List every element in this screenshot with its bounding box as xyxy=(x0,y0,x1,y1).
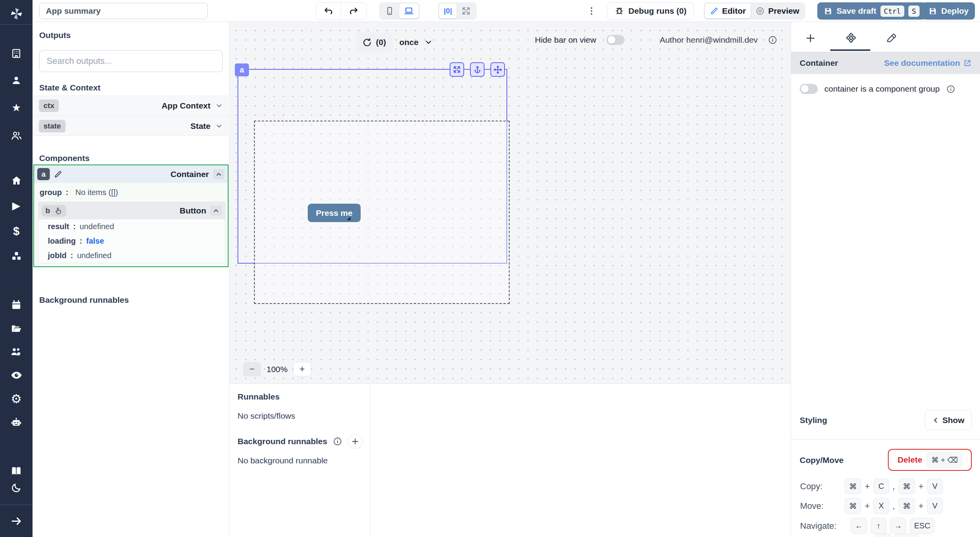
button-loading-row[interactable]: loading : false xyxy=(38,234,225,248)
button-jobid-row[interactable]: jobId : undefined xyxy=(38,248,225,263)
centered-layout-icon: |0| xyxy=(444,7,452,15)
schedule-mode-label: once xyxy=(399,38,419,47)
container-component-header[interactable]: a Container xyxy=(34,165,228,183)
kbd-v: V xyxy=(927,498,943,514)
anchor-handle[interactable] xyxy=(470,62,485,77)
deploy-button[interactable]: Deploy xyxy=(922,2,975,20)
moon-icon[interactable] xyxy=(0,483,33,493)
users-gear-icon[interactable] xyxy=(0,346,33,358)
jobid-value: undefined xyxy=(77,251,111,260)
button-result-row[interactable]: result : undefined xyxy=(38,219,225,234)
container-group-row[interactable]: group : No items ([]) xyxy=(34,183,228,202)
eye-icon[interactable] xyxy=(0,369,33,381)
arrow-right-icon[interactable] xyxy=(0,515,33,527)
user-icon[interactable] xyxy=(0,75,33,86)
chevron-down-icon[interactable] xyxy=(215,122,223,130)
book-icon[interactable] xyxy=(0,465,33,477)
app-summary-input[interactable] xyxy=(39,3,208,19)
mobile-view-button[interactable] xyxy=(380,4,399,18)
undo-redo-group xyxy=(316,2,367,20)
ctx-row[interactable]: ctx App Context xyxy=(33,96,229,116)
plus-separator: + xyxy=(865,501,870,511)
play-icon[interactable]: ▶ xyxy=(0,201,33,211)
delete-label: Delete xyxy=(898,455,922,465)
tab-component-settings[interactable] xyxy=(845,33,857,45)
hide-bar-toggle[interactable] xyxy=(606,35,624,45)
resize-handle[interactable] xyxy=(347,217,350,220)
cubes-icon[interactable] xyxy=(0,251,33,262)
collapse-button-button[interactable] xyxy=(210,206,222,216)
undo-button[interactable] xyxy=(316,3,341,19)
info-icon[interactable] xyxy=(946,85,955,94)
folder-open-icon[interactable] xyxy=(0,323,33,334)
colon: : xyxy=(66,188,69,197)
add-background-runnable-button[interactable] xyxy=(348,434,363,449)
press-me-label: Press me xyxy=(316,208,352,218)
button-component-header[interactable]: b Button xyxy=(38,202,225,219)
calendar-icon[interactable] xyxy=(0,300,33,310)
no-scripts-text: No scripts/flows xyxy=(238,411,295,421)
rename-pencil-icon[interactable] xyxy=(54,170,63,179)
canvas-press-me-button[interactable]: Press me xyxy=(308,204,361,222)
container-id-badge[interactable]: a xyxy=(37,168,50,180)
component-group-toggle-row: container is a component group xyxy=(800,84,955,94)
home-icon[interactable] xyxy=(0,175,33,186)
refresh-count: (0) xyxy=(376,38,386,47)
colon: : xyxy=(71,251,73,260)
component-group-label: container is a component group xyxy=(824,84,940,94)
move-handle[interactable] xyxy=(490,62,505,77)
building-icon[interactable] xyxy=(0,48,33,59)
component-group-toggle[interactable] xyxy=(800,84,818,94)
chevron-down-icon[interactable] xyxy=(215,102,223,110)
desktop-view-button[interactable] xyxy=(399,4,419,18)
windmill-logo-icon[interactable] xyxy=(0,6,33,21)
chevron-left-icon xyxy=(932,417,939,424)
star-icon[interactable]: ★ xyxy=(0,103,33,113)
move-icon xyxy=(494,65,502,74)
schedule-dropdown[interactable]: once xyxy=(399,38,433,47)
collapse-container-button[interactable] xyxy=(213,169,225,179)
button-id-badge-group[interactable]: b xyxy=(42,205,66,217)
tab-editor[interactable]: Editor xyxy=(705,4,751,18)
more-menu-button[interactable] xyxy=(587,2,596,20)
navigate-label: Navigate: xyxy=(800,521,847,531)
outputs-panel: Outputs State & Context ctx App Context … xyxy=(33,22,229,537)
deploy-label: Deploy xyxy=(941,6,969,16)
tab-insert-component[interactable] xyxy=(805,33,816,43)
kbd-v: V xyxy=(927,478,943,494)
gear-icon[interactable]: ⚙ xyxy=(0,393,33,405)
component-tag-badge[interactable]: a xyxy=(235,63,249,76)
search-outputs-input[interactable] xyxy=(39,50,223,72)
anchor-icon xyxy=(473,65,482,74)
app-canvas[interactable]: (0) once Hide bar on view Author henri@w… xyxy=(229,22,791,383)
see-documentation-link[interactable]: See documentation xyxy=(884,58,972,68)
layout-toggle-group: |0| xyxy=(438,2,477,20)
container-drop-grid[interactable]: Press me xyxy=(254,121,510,304)
zoom-level: 100% xyxy=(267,365,288,374)
save-draft-button[interactable]: Save draft Ctrl S xyxy=(817,2,926,20)
zoom-in-button[interactable]: + xyxy=(293,362,311,376)
save-icon xyxy=(928,7,937,16)
debug-runs-button[interactable]: Debug runs (0) xyxy=(607,2,694,20)
editor-label: Editor xyxy=(722,6,746,16)
redo-button[interactable] xyxy=(341,3,366,19)
centered-layout-button[interactable]: |0| xyxy=(439,4,457,18)
refresh-button[interactable]: (0) xyxy=(356,33,392,52)
robot-icon[interactable] xyxy=(0,417,33,428)
info-icon[interactable] xyxy=(768,35,777,45)
delete-component-button[interactable]: Delete ⌘ + ⌫ xyxy=(888,449,972,471)
info-icon[interactable] xyxy=(333,437,342,446)
tab-preview[interactable]: Preview xyxy=(751,4,804,18)
copy-shortcut-row: Copy: ⌘ + C , ⌘ + V xyxy=(800,478,943,494)
zoom-out-button[interactable]: − xyxy=(243,362,261,376)
full-width-layout-button[interactable] xyxy=(457,4,475,18)
users-icon[interactable] xyxy=(0,130,33,141)
tab-styling[interactable] xyxy=(886,33,897,44)
dollar-icon[interactable]: $ xyxy=(0,226,33,237)
show-styling-button[interactable]: Show xyxy=(925,410,972,430)
colon: : xyxy=(73,222,76,231)
expand-handle[interactable] xyxy=(450,62,464,77)
state-row[interactable]: state State xyxy=(33,116,229,136)
active-tab-indicator xyxy=(830,49,870,51)
selected-container-component[interactable]: a Press me xyxy=(238,69,507,264)
